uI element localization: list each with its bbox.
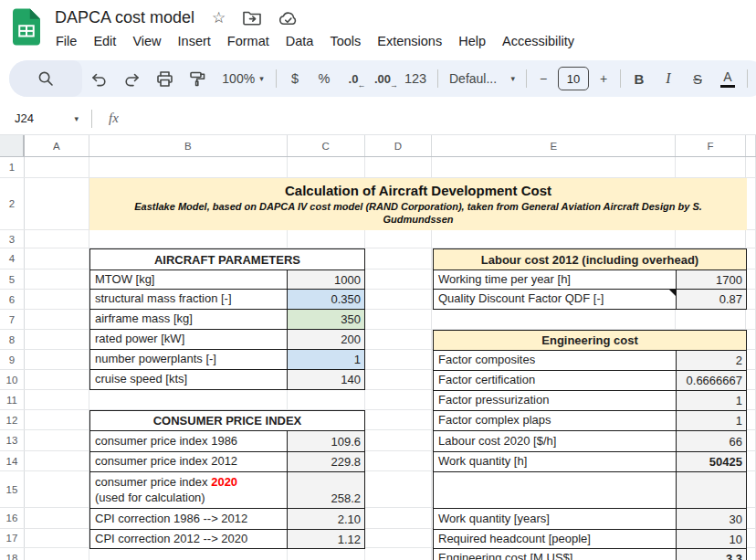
cell-value[interactable]: 200 (288, 330, 364, 349)
cell-label[interactable]: Quality Discount Factor QDF [-] (434, 290, 677, 309)
star-icon[interactable]: ☆ (212, 8, 226, 27)
grid-cell[interactable] (25, 471, 89, 507)
grid-cell[interactable] (746, 508, 756, 528)
row-header-1[interactable]: 1 (0, 157, 25, 177)
cell-label[interactable]: Factor complex plaps (434, 411, 677, 430)
print-button[interactable] (148, 60, 181, 97)
grid-cell[interactable] (746, 330, 756, 349)
sheets-logo-icon[interactable] (13, 8, 40, 46)
menu-item-view[interactable]: View (124, 31, 169, 51)
menu-item-tools[interactable]: Tools (321, 31, 369, 51)
column-header-partial[interactable] (746, 135, 756, 156)
grid-cell[interactable] (432, 157, 676, 177)
italic-button[interactable]: I (654, 60, 683, 97)
grid-cell[interactable] (25, 548, 89, 560)
grid-cell[interactable] (746, 390, 756, 409)
grid-cell[interactable] (676, 310, 746, 329)
grid-cell[interactable] (25, 157, 89, 177)
grid-cell[interactable] (746, 370, 756, 389)
grid-cell[interactable] (746, 310, 756, 329)
cell-label[interactable]: Engineering cost [M.US$] (434, 549, 677, 560)
cell-label[interactable]: MTOW [kg] (90, 270, 288, 289)
grid-cell[interactable] (746, 290, 756, 309)
cell-value[interactable]: 350 (288, 310, 364, 329)
grid-cell[interactable] (288, 230, 365, 248)
grid-cell[interactable] (365, 548, 433, 560)
row-header-8[interactable]: 8 (0, 330, 25, 349)
table-header[interactable]: Engineering cost (434, 331, 746, 350)
grid-cell[interactable] (365, 230, 433, 248)
row-header-11[interactable]: 11 (0, 390, 25, 409)
grid-cell[interactable] (365, 269, 433, 289)
grid-cell[interactable] (89, 390, 288, 409)
menu-item-help[interactable]: Help (450, 31, 494, 51)
cell-value[interactable]: 140 (288, 370, 364, 389)
grid-cell[interactable] (25, 330, 89, 349)
column-header-a[interactable]: A (25, 135, 89, 156)
grid-cell[interactable] (25, 230, 89, 248)
grid-cell[interactable] (746, 350, 756, 369)
cell-value[interactable] (677, 472, 746, 508)
cloud-status-icon[interactable] (278, 11, 299, 26)
row-header-12[interactable]: 12 (0, 410, 25, 429)
grid-cell[interactable] (746, 230, 756, 248)
grid-cell[interactable] (25, 350, 89, 369)
row-header-4[interactable]: 4 (0, 248, 25, 269)
grid-cell[interactable] (89, 548, 288, 560)
cell-label[interactable]: number powerplants [-] (90, 350, 288, 369)
menu-item-extensions[interactable]: Extensions (369, 31, 450, 51)
cell-label[interactable]: airframe mass [kg] (90, 310, 288, 329)
cell-label[interactable]: structural mass fraction [-] (90, 290, 288, 309)
grid-cell[interactable] (746, 269, 756, 289)
grid-cell[interactable] (432, 230, 676, 248)
grid-cell[interactable] (365, 248, 433, 269)
grid-cell[interactable] (288, 390, 365, 409)
menu-item-insert[interactable]: Insert (170, 31, 219, 51)
row-header-15[interactable]: 15 (0, 471, 25, 507)
cell-label[interactable]: Factor pressurization (434, 391, 677, 410)
grid-cell[interactable] (746, 451, 756, 470)
select-all-corner[interactable] (0, 135, 25, 156)
strikethrough-button[interactable]: S (683, 60, 712, 97)
format-percent-button[interactable]: % (310, 60, 339, 97)
cell-value[interactable]: 1700 (677, 270, 746, 289)
table-header[interactable]: CONSUMER PRICE INDEX (90, 411, 364, 430)
column-header-f[interactable]: F (676, 135, 746, 156)
format-currency-button[interactable]: $ (280, 60, 310, 97)
cell-label[interactable]: Work quantity [h] (434, 452, 677, 471)
increase-decimal-button[interactable]: .00→ (368, 60, 397, 97)
grid-cell[interactable] (365, 390, 433, 409)
cell-value[interactable]: 3.3 (677, 549, 746, 560)
grid-cell[interactable] (746, 430, 756, 450)
grid-cell[interactable] (25, 248, 89, 269)
name-box[interactable]: J24 ▾ (0, 111, 88, 125)
decrease-decimal-button[interactable]: .0← (339, 60, 368, 97)
cell-value[interactable]: 1 (677, 411, 746, 430)
cell-label[interactable]: CPI correction 2012 --> 2020 (90, 530, 288, 548)
text-color-button[interactable]: A (712, 60, 743, 97)
grid-cell[interactable] (25, 529, 89, 547)
cell-value[interactable]: 0.350 (288, 290, 364, 309)
row-header-7[interactable]: 7 (0, 310, 25, 329)
more-formats-button[interactable]: 123 (397, 60, 434, 97)
grid-cell[interactable] (365, 370, 433, 389)
cell-label[interactable] (434, 472, 677, 508)
sheet-title-cell[interactable]: Calculation of Aircraft Development Cost… (89, 178, 747, 230)
grid-cell[interactable] (365, 350, 433, 369)
grid-cell[interactable] (746, 178, 756, 229)
cell-label[interactable]: CPI correction 1986 --> 2012 (90, 509, 288, 529)
grid-cell[interactable] (746, 410, 756, 429)
table-header[interactable]: AIRCRAFT PARAMETERS (90, 249, 364, 269)
menu-item-edit[interactable]: Edit (85, 31, 124, 51)
grid-cell[interactable] (25, 390, 89, 409)
cell-label[interactable]: rated power [kW] (90, 330, 288, 349)
grid-cell[interactable] (676, 230, 746, 248)
grid-cell[interactable] (432, 310, 676, 329)
grid-cell[interactable] (365, 330, 433, 349)
row-header-10[interactable]: 10 (0, 370, 25, 389)
cell-label[interactable]: consumer price index 2020(used for calcu… (90, 472, 288, 508)
grid-cell[interactable] (25, 269, 89, 289)
grid-cell[interactable] (676, 157, 746, 177)
cell-value[interactable]: 30 (677, 509, 746, 529)
row-header-14[interactable]: 14 (0, 451, 25, 470)
